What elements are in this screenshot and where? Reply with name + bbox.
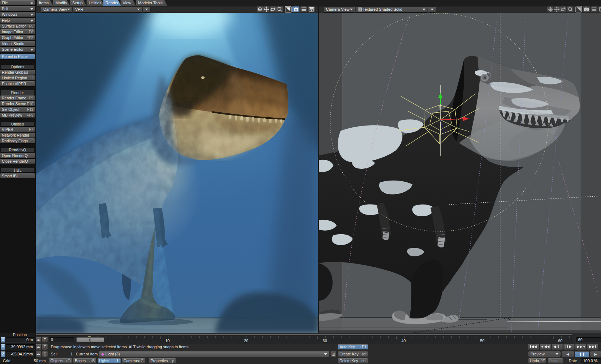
svg-text:60: 60 xyxy=(558,339,562,343)
svg-text:30: 30 xyxy=(323,339,327,343)
svg-text:40: 40 xyxy=(401,339,406,343)
svg-text:10: 10 xyxy=(165,339,170,343)
svg-text:50: 50 xyxy=(480,339,484,343)
svg-text:20: 20 xyxy=(244,339,248,343)
